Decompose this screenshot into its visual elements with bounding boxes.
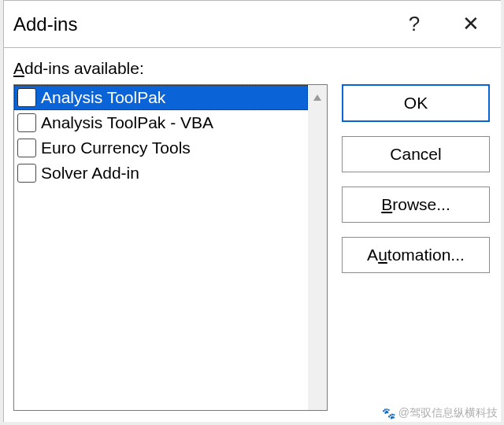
scroll-up-icon[interactable] xyxy=(308,88,327,107)
checkbox[interactable] xyxy=(17,139,36,157)
checkbox[interactable] xyxy=(17,88,36,107)
addins-list: Analysis ToolPak Analysis ToolPak - VBA … xyxy=(14,85,308,410)
cancel-label: Cancel xyxy=(390,145,441,164)
addins-available-label: Add-ins available: xyxy=(13,59,490,78)
cancel-button[interactable]: Cancel xyxy=(342,136,490,172)
checkbox[interactable] xyxy=(17,113,36,132)
list-item[interactable]: Solver Add-in xyxy=(14,161,308,186)
list-item-label: Euro Currency Tools xyxy=(41,139,306,157)
svg-marker-0 xyxy=(313,94,321,101)
automation-button[interactable]: Automation... xyxy=(342,237,490,273)
automation-label: Automation... xyxy=(367,246,465,264)
browse-button[interactable]: Browse... xyxy=(342,187,490,223)
addins-dialog: Add-ins ? ✕ Add-ins available: Analysis … xyxy=(3,0,501,422)
list-item[interactable]: Analysis ToolPak xyxy=(14,85,308,110)
ok-button[interactable]: OK xyxy=(342,84,490,122)
addins-listbox[interactable]: Analysis ToolPak Analysis ToolPak - VBA … xyxy=(13,84,328,411)
help-button[interactable]: ? xyxy=(386,1,443,48)
button-column: OK Cancel Browse... Automation... xyxy=(342,84,490,411)
titlebar: Add-ins ? ✕ xyxy=(4,1,501,48)
close-icon: ✕ xyxy=(462,12,480,36)
ok-label: OK xyxy=(404,94,428,113)
dialog-body: Add-ins available: Analysis ToolPak Anal… xyxy=(4,48,501,422)
list-item[interactable]: Euro Currency Tools xyxy=(14,135,308,161)
checkbox[interactable] xyxy=(17,164,36,183)
browse-label: Browse... xyxy=(381,195,450,214)
close-button[interactable]: ✕ xyxy=(443,1,499,48)
scrollbar[interactable] xyxy=(308,85,327,410)
list-item-label: Analysis ToolPak xyxy=(41,88,306,107)
dialog-title: Add-ins xyxy=(13,13,386,35)
content-row: Analysis ToolPak Analysis ToolPak - VBA … xyxy=(13,84,490,411)
help-icon: ? xyxy=(409,12,420,36)
list-item-label: Solver Add-in xyxy=(41,164,306,183)
list-item[interactable]: Analysis ToolPak - VBA xyxy=(14,110,308,135)
list-item-label: Analysis ToolPak - VBA xyxy=(41,113,306,132)
